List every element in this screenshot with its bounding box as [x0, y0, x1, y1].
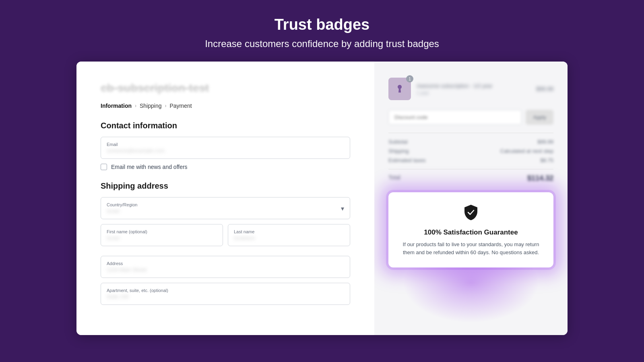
product-info: Awesome subscription - 1/2 year 1 year: [417, 83, 530, 95]
subtotal-line: Subtotal $99.99: [388, 139, 553, 145]
page-title: Trust badges: [205, 16, 439, 33]
last-name-label: Last name: [234, 229, 344, 234]
breadcrumb-payment[interactable]: Payment: [170, 103, 192, 109]
apply-discount-button[interactable]: Apply: [526, 110, 553, 125]
email-label: Email: [107, 142, 344, 147]
shield-checkmark-icon: [462, 204, 480, 221]
subtotal-value: $99.99: [537, 139, 553, 145]
newsletter-label: Email me with news and offers: [111, 164, 188, 170]
order-totals: Subtotal $99.99 Shipping Calculated at n…: [388, 133, 553, 163]
product-icon: [395, 84, 405, 94]
apt-field[interactable]: Apartment, suite, etc. (optional) Suite …: [101, 283, 350, 305]
contact-section-title: Contact information: [101, 121, 350, 130]
address-field[interactable]: Address 1234 Main Street: [101, 256, 350, 278]
first-name-field[interactable]: First name (optional) Israel: [101, 224, 223, 246]
shipping-label: Shipping: [388, 148, 409, 154]
tax-line: Estimated taxes $8.75: [388, 157, 553, 163]
product-name: Awesome subscription - 1/2 year: [417, 83, 530, 89]
breadcrumb-sep-2: ›: [165, 103, 167, 109]
grand-total-line: Total $114.32: [388, 169, 553, 183]
country-value: Israel: [107, 208, 344, 214]
chevron-down-icon: ▾: [341, 204, 344, 212]
product-sub: 1 year: [417, 90, 530, 95]
first-name-label: First name (optional): [107, 229, 217, 234]
order-summary-panel: 1 Awesome subscription - 1/2 year 1 year…: [374, 62, 568, 335]
address-label: Address: [107, 261, 344, 266]
main-card: cb-subscription-test Information › Shipp…: [76, 62, 568, 335]
last-name-field[interactable]: Last name Israelson: [228, 224, 350, 246]
page-subtitle: Increase customers confidence by adding …: [205, 38, 439, 49]
discount-row: Apply: [388, 110, 553, 125]
store-name: cb-subscription-test: [101, 82, 350, 95]
trust-badge-title: 100% Satisfaction Guarantee: [398, 228, 544, 237]
page-header: Trust badges Increase customers confiden…: [197, 0, 447, 62]
order-item: 1 Awesome subscription - 1/2 year 1 year…: [388, 78, 553, 100]
product-price: $99.99: [536, 86, 553, 92]
apt-value: Suite 100: [107, 294, 344, 300]
grand-total-label: Total: [388, 174, 400, 183]
shipping-section-title: Shipping address: [101, 181, 350, 191]
product-quantity-badge: 1: [406, 75, 413, 82]
breadcrumb: Information › Shipping › Payment: [101, 103, 350, 109]
last-name-value: Israelson: [234, 235, 344, 241]
country-label: Country/Region: [107, 202, 344, 207]
product-thumbnail: 1: [388, 78, 411, 100]
breadcrumb-sep-1: ›: [135, 103, 136, 109]
shipping-line: Shipping Calculated at next step: [388, 148, 553, 154]
newsletter-checkbox[interactable]: [101, 164, 107, 170]
breadcrumb-information[interactable]: Information: [101, 103, 132, 109]
shipping-value: Calculated at next step: [500, 148, 553, 154]
first-name-value: Israel: [107, 235, 217, 241]
newsletter-row: Email me with news and offers: [101, 164, 350, 170]
email-value: someone@example.com: [107, 148, 344, 154]
address-value: 1234 Main Street: [107, 267, 344, 273]
tax-label: Estimated taxes: [388, 157, 426, 163]
trust-badge-description: If our products fail to live to your sta…: [398, 241, 544, 256]
name-row: First name (optional) Israel Last name I…: [101, 224, 350, 251]
grand-total-value: $114.32: [527, 174, 553, 183]
apt-label: Apartment, suite, etc. (optional): [107, 288, 344, 293]
trust-badge-card: 100% Satisfaction Guarantee If our produ…: [388, 192, 553, 267]
tax-value: $8.75: [540, 157, 553, 163]
discount-input[interactable]: [388, 110, 522, 125]
country-field[interactable]: Country/Region Israel ▾: [101, 197, 350, 219]
email-field[interactable]: Email someone@example.com: [101, 137, 350, 159]
shield-icon-wrap: [398, 204, 544, 223]
breadcrumb-shipping[interactable]: Shipping: [140, 103, 162, 109]
subtotal-label: Subtotal: [388, 139, 408, 145]
checkout-form-panel: cb-subscription-test Information › Shipp…: [76, 62, 374, 335]
